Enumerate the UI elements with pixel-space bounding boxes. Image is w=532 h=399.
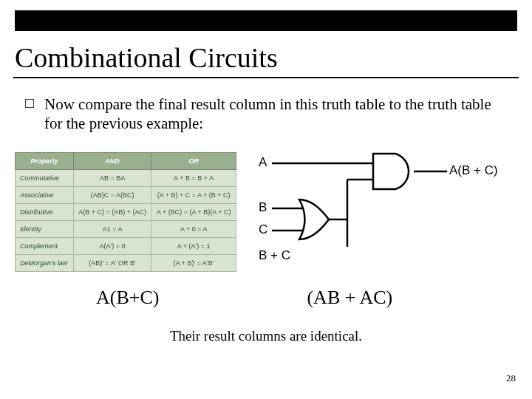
or-gate-icon (299, 200, 329, 239)
table-row: DeMorgan's law(AB)' = A' OR B'(A + B)' =… (16, 254, 236, 271)
title-underline (13, 77, 519, 78)
and-gate-icon (373, 154, 409, 189)
content-row: Property AND OR CommutativeAB = BAA + B … (15, 152, 517, 272)
formula-row: A(B+C) (AB + AC) (0, 287, 532, 309)
th-property: Property (16, 152, 74, 169)
bullet-icon (25, 99, 34, 108)
footer-text: Their result columns are identical. (0, 328, 532, 344)
bullet-row: Now compare the final result column in t… (44, 95, 495, 134)
table-row: ComplementA(A') = 0A + (A') = 1 (16, 237, 236, 254)
label-input-c: C (259, 222, 267, 237)
bullet-text: Now compare the final result column in t… (44, 95, 495, 134)
th-or: OR (151, 152, 236, 169)
formula-right: (AB + AC) (307, 287, 392, 309)
label-or-output: B + C (259, 248, 290, 263)
formula-left: A(B+C) (96, 287, 159, 309)
table-row: IdentityA1 = AA + 0 = A (16, 220, 236, 237)
table-row: Associative(AB)C = A(BC)(A + B) + C = A … (16, 186, 236, 203)
top-bar (15, 10, 517, 31)
slide-title: Combinational Circuits (15, 41, 517, 74)
label-input-a: A (259, 155, 267, 170)
circuit-diagram: A B C B + C A(B + C) (259, 152, 510, 263)
label-and-output: A(B + C) (449, 163, 498, 178)
properties-table: Property AND OR CommutativeAB = BAA + B … (15, 152, 236, 272)
page-number: 28 (506, 372, 516, 384)
table-row: CommutativeAB = BAA + B = B + A (16, 169, 236, 186)
label-input-b: B (259, 200, 267, 215)
table-row: DistributiveA(B + C) = (AB) + (AC)A + (B… (16, 203, 236, 220)
th-and: AND (73, 152, 151, 169)
